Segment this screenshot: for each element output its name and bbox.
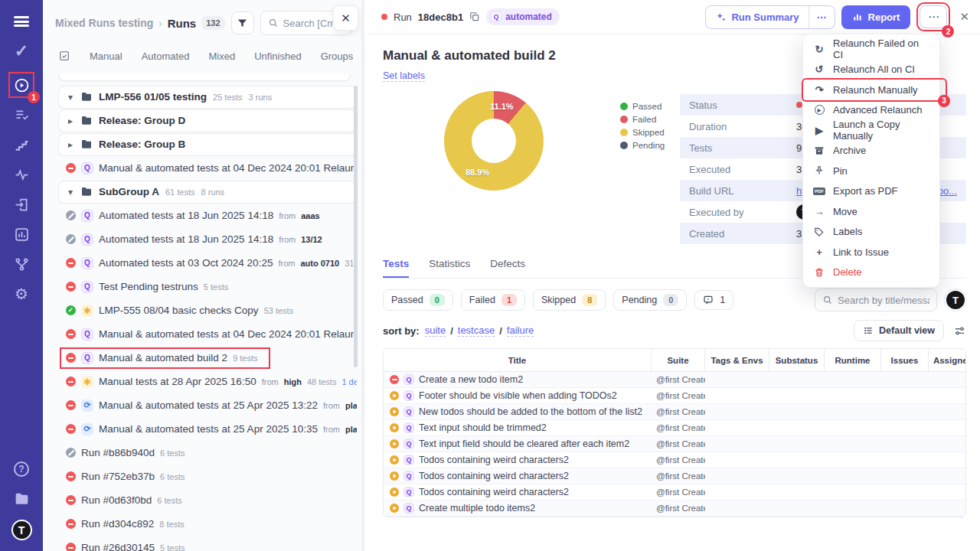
table-row[interactable]: QTodos containing weird characters2 @fir…: [384, 452, 966, 468]
automated-badge[interactable]: Q automated: [486, 8, 560, 25]
column-settings-icon[interactable]: [953, 324, 966, 337]
tab-statistics[interactable]: Statistics: [429, 258, 470, 278]
tests-search-input[interactable]: [838, 295, 929, 306]
user-avatar[interactable]: T: [11, 520, 32, 540]
group-row[interactable]: ▾ LMP-556 01/05 testing 25 tests 3 runs: [58, 85, 357, 109]
menu-item-relaunch-manually[interactable]: ↷Relaunch Manually 3: [803, 80, 946, 100]
menu-item-labels[interactable]: Labels: [803, 222, 939, 243]
menu-item-pin[interactable]: Pin: [803, 161, 939, 181]
filter-funnel-button[interactable]: [231, 11, 254, 34]
menu-item-relaunch-failed-ci[interactable]: ↻Relaunch Failed on CI: [803, 39, 939, 60]
run-row[interactable]: Run #26d30145 5 tests: [58, 536, 357, 551]
run-row[interactable]: Run #0d63f0bd 6 tests: [58, 488, 357, 512]
menu-item-link-issue[interactable]: +Link to Issue: [803, 242, 939, 262]
table-row[interactable]: QNew todos should be added to the bottom…: [384, 404, 966, 420]
run-row[interactable]: Run #b86b940d 6 tests: [58, 441, 357, 465]
tab-defects[interactable]: Defects: [490, 258, 525, 278]
milestones-steps-icon[interactable]: [12, 135, 31, 154]
chevron-down-icon[interactable]: ▾: [67, 92, 74, 103]
run-summary-button[interactable]: Run Summary: [706, 6, 808, 28]
run-row[interactable]: ⟳ Manual & automated tests at 25 Apr 202…: [58, 417, 357, 441]
table-row[interactable]: QTodos containing weird characters2 @fir…: [384, 484, 966, 500]
runs-play-icon[interactable]: [12, 76, 31, 94]
tab-manual[interactable]: Manual: [90, 51, 122, 62]
filter-comments-chip[interactable]: 1: [694, 290, 733, 310]
run-row[interactable]: Q Test Pending testruns 5 tests: [58, 275, 357, 298]
tab-automated[interactable]: Automated: [142, 51, 190, 62]
runs-panel-close-button[interactable]: ✕: [333, 5, 358, 31]
run-row[interactable]: ⟳ Manual & automated tests at 25 Apr 202…: [58, 393, 357, 417]
testplans-icon[interactable]: [12, 106, 31, 124]
run-row-selected[interactable]: Q Manual & automated build 2 9 tests: [58, 346, 357, 370]
filter-skipped-chip[interactable]: Skipped8: [533, 289, 606, 311]
table-row[interactable]: QText input field should be cleared afte…: [384, 436, 966, 452]
default-view-button[interactable]: Default view: [854, 320, 944, 341]
table-row[interactable]: QCreate a new todo item2 @first Create .…: [384, 372, 966, 388]
detail-close-button[interactable]: ✕: [959, 10, 969, 24]
menu-item-archive[interactable]: Archive: [803, 141, 939, 161]
analytics-icon[interactable]: [12, 225, 31, 243]
chevron-right-icon[interactable]: ▸: [67, 139, 74, 150]
import-signin-icon[interactable]: [12, 195, 31, 214]
sort-by-suite[interactable]: suite: [425, 324, 446, 337]
menu-item-advanced-relaunch[interactable]: ▶Advanced Relaunch: [803, 100, 939, 121]
run-row[interactable]: Run #752eb37b 6 tests: [58, 465, 357, 488]
group-row[interactable]: ▾ SubGroup A 61 tests 8 runs: [58, 180, 357, 204]
menu-item-launch-copy[interactable]: ▶Launch a Copy Manually: [803, 120, 939, 141]
menu-item-relaunch-all-ci[interactable]: ↺Relaunch All on CI: [803, 60, 939, 80]
breadcrumb-project[interactable]: Mixed Runs testing: [55, 17, 153, 29]
sort-by-failure[interactable]: failure: [507, 324, 534, 337]
tests-check-icon[interactable]: ✓: [12, 42, 31, 60]
settings-gear-icon[interactable]: ⚙: [12, 285, 31, 303]
run-row[interactable]: Q Manual & automated tests at 04 Dec 202…: [58, 156, 357, 180]
copy-icon[interactable]: [469, 11, 480, 22]
build-url-link-end[interactable]: po...: [938, 185, 957, 197]
menu-item-move[interactable]: →Move: [803, 201, 939, 222]
breadcrumb-section[interactable]: Runs: [168, 17, 197, 30]
assignee-avatar[interactable]: T: [945, 289, 966, 311]
run-logo-icon: Q: [403, 471, 414, 481]
select-runs-icon[interactable]: [58, 50, 70, 62]
menu-item-delete[interactable]: Delete: [803, 262, 939, 283]
run-row[interactable]: Q Manual & automated tests at 04 Dec 202…: [58, 322, 357, 346]
set-labels-link[interactable]: Set labels: [383, 70, 425, 82]
tab-unfinished[interactable]: Unfinished: [254, 51, 301, 62]
chevron-down-icon[interactable]: ▾: [67, 187, 74, 197]
test-skipped-icon: [390, 471, 399, 481]
projects-folder-icon[interactable]: [12, 490, 31, 508]
chevron-right-icon[interactable]: ▸: [67, 116, 74, 126]
menu-item-export-pdf[interactable]: PDFExport as PDF: [803, 181, 939, 202]
filter-failed-chip[interactable]: Failed1: [461, 289, 525, 311]
table-row[interactable]: QCreate multiple todo items2 @first Crea…: [384, 500, 966, 517]
runs-scrollbar[interactable]: [354, 86, 358, 367]
tests-search[interactable]: [815, 289, 937, 311]
filter-passed-chip[interactable]: Passed0: [383, 289, 453, 311]
table-row[interactable]: QText input should be trimmed2 @first Cr…: [384, 420, 966, 436]
relaunch-failed-icon: ↻: [813, 44, 825, 55]
app-window: ✓ 1 ⚙ ? T: [0, 0, 980, 551]
tab-tests[interactable]: Tests: [383, 258, 409, 278]
run-row[interactable]: Q Automated tests at 18 Jun 2025 14:18 f…: [58, 204, 357, 227]
report-button[interactable]: Report: [841, 5, 911, 29]
runs-list: ▾ LMP-556 01/05 testing 25 tests 3 runs …: [43, 74, 361, 551]
group-row[interactable]: ▸ Release: Group B: [58, 132, 357, 156]
run-row[interactable]: Q Automated tests at 03 Oct 2024 20:25 f…: [58, 251, 357, 275]
branch-icon[interactable]: [12, 255, 31, 273]
tab-mixed[interactable]: Mixed: [209, 51, 236, 62]
run-more-actions-button[interactable]: ⋯: [920, 5, 947, 28]
run-row[interactable]: Run #d304c892 8 tests: [58, 512, 357, 536]
run-row[interactable]: Q Automated tests at 18 Jun 2025 14:18 f…: [58, 227, 357, 251]
table-row[interactable]: QFooter should be visible when adding TO…: [384, 388, 966, 404]
filter-pending-chip[interactable]: Pending0: [613, 289, 687, 311]
group-row[interactable]: ▸ Release: Group D: [58, 109, 357, 132]
table-row[interactable]: QTodos containing weird characters2 @fir…: [384, 468, 966, 484]
sort-by-testcase[interactable]: testcase: [458, 324, 495, 337]
run-row[interactable]: ∗ LMP-555 08/04 basic checks Copy 53 tes…: [58, 298, 357, 322]
pulse-icon[interactable]: [12, 165, 31, 184]
help-icon[interactable]: ?: [12, 460, 31, 478]
menu-icon[interactable]: [12, 12, 31, 31]
run-summary-more-button[interactable]: ⋯: [809, 6, 835, 28]
tab-groups[interactable]: Groups: [321, 51, 354, 62]
run-row[interactable]: ∗ Manual tests at 28 Apr 2025 16:50 from…: [58, 370, 357, 393]
sparkles-icon: [715, 11, 727, 23]
